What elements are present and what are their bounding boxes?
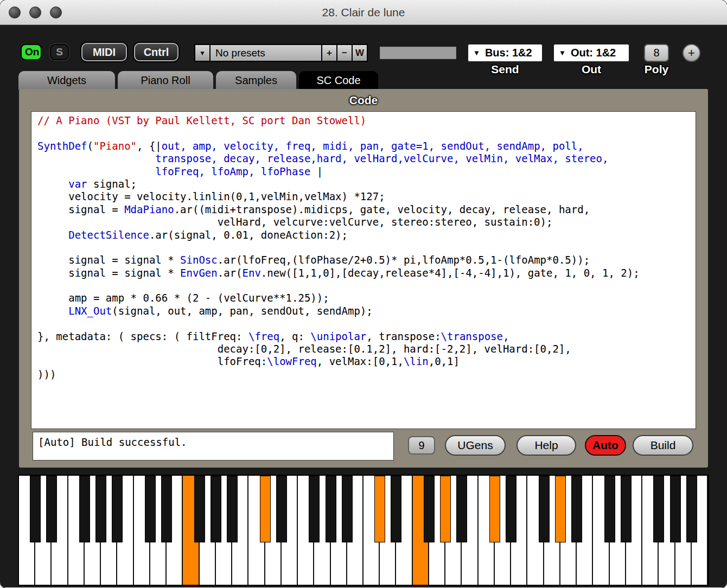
code-line: decay:[0,2], release:[0.1,2], hard:[-2,2… <box>37 343 696 355</box>
black-key-after-white-19[interactable] <box>342 476 353 542</box>
auto-button[interactable]: Auto <box>585 435 626 456</box>
bus-select[interactable]: ▼ Bus: 1&2 <box>468 44 543 62</box>
code-line: lfoFreq:\lowFreq, velMax:[0,1,\lin,0,1] <box>37 355 696 368</box>
code-line: ))) <box>37 368 696 381</box>
code-line: SynthDef("Piano", {|out, amp, velocity, … <box>37 140 696 152</box>
code-line: // A Piano (VST by Paul Kellett, SC port… <box>37 114 696 127</box>
window-title: 28. Clair de lune <box>0 0 727 25</box>
tab-samples[interactable]: Samples <box>215 71 297 90</box>
piano-keyboard[interactable] <box>18 475 709 586</box>
poly-label: Poly <box>634 63 679 76</box>
cntrl-button[interactable]: Cntrl <box>134 43 178 61</box>
black-key-after-white-4[interactable] <box>95 476 106 542</box>
black-key-after-white-29[interactable] <box>506 476 516 542</box>
bus-value: Bus: 1&2 <box>485 47 532 59</box>
send-label: Send <box>468 63 543 76</box>
black-key-after-white-22[interactable] <box>391 476 401 542</box>
build-status: [Auto] Build successful. <box>33 432 394 461</box>
dropdown-arrow-icon: ▼ <box>199 49 206 57</box>
code-editor[interactable]: // A Piano (VST by Paul Kellett, SC port… <box>31 111 696 429</box>
code-line <box>37 241 696 254</box>
ugens-button[interactable]: UGens <box>445 435 506 456</box>
sc-code-panel: Code // A Piano (VST by Paul Kellett, SC… <box>19 89 708 468</box>
code-line <box>37 279 696 292</box>
out-value: Out: 1&2 <box>571 47 616 59</box>
code-line <box>37 127 696 139</box>
app-window: 28. Clair de lune On S MIDI Cntrl ▼ No p… <box>0 0 727 588</box>
black-key-after-white-3[interactable] <box>79 476 90 542</box>
code-line: DetectSilence.ar(signal, 0.01, doneActio… <box>37 229 696 241</box>
code-line: var signal; <box>37 178 696 190</box>
black-key-after-white-12[interactable] <box>227 476 238 542</box>
black-key-after-white-10[interactable] <box>194 476 205 542</box>
tab-piano-roll[interactable]: Piano Roll <box>117 71 214 90</box>
black-key-after-white-28[interactable] <box>489 476 500 542</box>
info-display <box>380 47 456 59</box>
dropdown-arrow-icon: ▼ <box>473 49 480 57</box>
preset-write-button[interactable]: W <box>353 45 367 61</box>
preset-add-button[interactable]: + <box>322 45 336 61</box>
midi-button[interactable]: MIDI <box>81 43 127 61</box>
black-key-after-white-26[interactable] <box>456 476 467 542</box>
black-key-after-white-8[interactable] <box>161 476 172 542</box>
code-line: signal = signal * EnvGen.ar(Env.new([1,1… <box>37 267 696 279</box>
code-line: transpose, decay, release,hard, velHard,… <box>37 152 696 165</box>
code-line <box>37 317 696 330</box>
black-key-after-white-5[interactable] <box>112 476 123 542</box>
build-button[interactable]: Build <box>633 435 693 456</box>
code-line: velHard, velcurve:velCurve, stereo:stere… <box>37 216 696 228</box>
black-key-after-white-11[interactable] <box>211 476 221 542</box>
code-line: amp = amp * 0.66 * (2 - (velCurve**1.25)… <box>37 292 696 304</box>
black-key-after-white-39[interactable] <box>670 476 681 542</box>
black-key-after-white-14[interactable] <box>260 476 271 542</box>
help-button[interactable]: Help <box>516 435 576 456</box>
tab-widgets[interactable]: Widgets <box>18 71 116 90</box>
solo-button[interactable]: S <box>50 44 69 60</box>
black-key-after-white-40[interactable] <box>686 476 697 542</box>
out-select[interactable]: ▼ Out: 1&2 <box>553 44 629 62</box>
black-key-after-white-31[interactable] <box>539 476 550 542</box>
code-line: lfoFreq, lfoAmp, lfoPhase | <box>37 165 696 178</box>
black-key-after-white-25[interactable] <box>440 476 451 542</box>
black-key-after-white-18[interactable] <box>326 476 336 542</box>
code-line: velocity = velocity.linlin(0,1,velMin,ve… <box>37 190 696 203</box>
out-label: Out <box>553 63 629 76</box>
window-titlebar: 28. Clair de lune <box>0 0 727 25</box>
preset-control: ▼ No presets + − W <box>194 44 368 62</box>
black-key-after-white-15[interactable] <box>276 476 287 542</box>
poly-value-box[interactable]: 8 <box>644 44 669 62</box>
history-count-button[interactable]: 9 <box>408 436 435 455</box>
window-body: On S MIDI Cntrl ▼ No presets + − W ▼ Bus… <box>0 25 727 587</box>
add-instrument-button[interactable]: + <box>683 44 700 62</box>
black-key-after-white-38[interactable] <box>653 476 664 542</box>
code-panel-title: Code <box>19 94 708 107</box>
code-line: }, metadata: ( specs: ( filtFreq: \freq,… <box>37 330 696 343</box>
dropdown-arrow-icon: ▼ <box>559 49 566 57</box>
black-key-after-white-24[interactable] <box>424 476 435 542</box>
black-key-after-white-21[interactable] <box>374 476 385 542</box>
black-key-after-white-32[interactable] <box>555 476 566 542</box>
preset-display[interactable]: No presets <box>211 45 321 61</box>
black-key-after-white-1[interactable] <box>46 476 57 542</box>
black-key-after-white-33[interactable] <box>571 476 582 542</box>
tab-sc-code[interactable]: SC Code <box>298 71 379 90</box>
code-line: LNX_Out(signal, out, amp, pan, sendOut, … <box>37 305 696 317</box>
on-button[interactable]: On <box>21 44 42 60</box>
preset-menu-button[interactable]: ▼ <box>195 45 209 61</box>
black-key-after-white-0[interactable] <box>30 476 41 542</box>
black-key-after-white-35[interactable] <box>604 476 615 542</box>
black-key-after-white-17[interactable] <box>309 476 320 542</box>
preset-remove-button[interactable]: − <box>337 45 352 61</box>
black-key-after-white-7[interactable] <box>145 476 156 542</box>
code-line: signal = signal * SinOsc.ar(lfoFreq,(lfo… <box>37 254 696 266</box>
black-key-after-white-36[interactable] <box>621 476 632 542</box>
code-line: signal = MdaPiano.ar((midi+transpose).mi… <box>37 203 696 216</box>
